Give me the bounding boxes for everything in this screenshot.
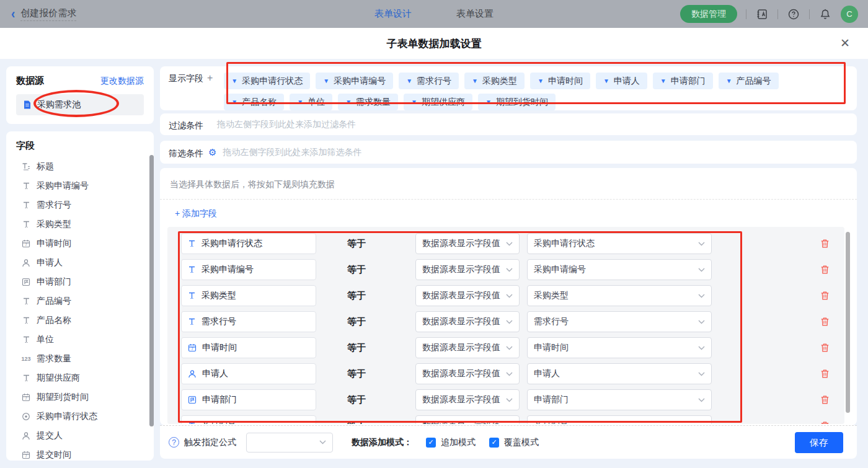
field-item[interactable]: 期望供应商 <box>16 368 154 387</box>
field-item[interactable]: 申请人 <box>16 253 154 272</box>
rule-field-box[interactable]: 采购类型 <box>181 285 316 306</box>
rule-target-select[interactable]: 申请时间 <box>527 337 712 358</box>
rule-field-box[interactable]: 产品编号 <box>181 415 316 424</box>
field-item[interactable]: 标题 <box>16 157 154 176</box>
caret-down-icon[interactable]: ▼ <box>406 78 412 84</box>
rule-field-box[interactable]: 7申请时间 <box>181 337 316 358</box>
caret-down-icon[interactable]: ▼ <box>538 78 544 84</box>
delete-rule-trash-icon[interactable] <box>820 369 830 379</box>
back-button[interactable]: ‹ 创建报价需求 <box>11 7 76 21</box>
rule-source-select[interactable]: 数据源表显示字段值 <box>415 389 520 410</box>
display-field-tag[interactable]: ▼申请时间 <box>530 73 590 89</box>
caret-down-icon[interactable]: ▼ <box>345 99 352 105</box>
rule-field-box[interactable]: 采购申请行状态 <box>181 233 316 254</box>
overwrite-mode-checkbox[interactable]: ✓ <box>489 438 499 448</box>
add-display-field-button[interactable]: + <box>207 73 213 83</box>
tab-form-design[interactable]: 表单设计 <box>374 8 412 20</box>
rule-target-select[interactable]: 需求行号 <box>527 311 712 332</box>
formula-select[interactable] <box>246 433 333 453</box>
display-field-tag[interactable]: ▼需求行号 <box>399 73 459 89</box>
display-field-tag[interactable]: ▼采购类型 <box>464 73 525 89</box>
contact-book-icon[interactable] <box>755 7 769 21</box>
display-field-tag[interactable]: ▼期望到货时间 <box>478 94 556 110</box>
field-item[interactable]: 采购申请行状态 <box>16 407 154 426</box>
screen-condition-card[interactable]: 筛选条件 ⚙ 拖动左侧字段到此处来添加筛选条件 <box>160 141 857 164</box>
field-label: 采购类型 <box>37 219 71 230</box>
gear-icon[interactable]: ⚙ <box>208 148 216 157</box>
display-field-tag[interactable]: ▼产品编号 <box>719 73 779 89</box>
user-avatar[interactable]: C <box>841 6 858 23</box>
change-datasource-link[interactable]: 更改数据源 <box>100 76 144 87</box>
delete-rule-trash-icon[interactable] <box>820 291 830 301</box>
caret-down-icon[interactable]: ▼ <box>603 78 609 84</box>
close-icon[interactable]: ✕ <box>838 37 852 50</box>
rule-target-select[interactable]: 采购申请编号 <box>527 259 712 280</box>
field-item[interactable]: 需求行号 <box>16 195 154 214</box>
display-field-tag[interactable]: ▼采购申请行状态 <box>224 73 310 89</box>
rule-target-select[interactable]: 申请人 <box>527 363 712 384</box>
delete-rule-trash-icon[interactable] <box>820 395 830 405</box>
rule-source-select[interactable]: 数据源表显示字段值 <box>415 311 520 332</box>
rule-target-select[interactable]: 申请部门 <box>527 389 712 410</box>
rule-target-select[interactable]: 产品编号 <box>527 415 712 424</box>
caret-down-icon[interactable]: ▼ <box>323 78 329 84</box>
rule-field-box[interactable]: 需求行号 <box>181 311 316 332</box>
caret-down-icon[interactable]: ▼ <box>231 78 237 84</box>
rule-source-select[interactable]: 数据源表显示字段值 <box>415 363 520 384</box>
field-item[interactable]: 产品名称 <box>16 311 154 330</box>
caret-down-icon[interactable]: ▼ <box>660 78 666 84</box>
delete-rule-trash-icon[interactable] <box>820 317 830 327</box>
field-item[interactable]: 7申请时间 <box>16 234 154 253</box>
field-item[interactable]: 7提交时间 <box>16 445 154 461</box>
delete-rule-trash-icon[interactable] <box>820 343 830 353</box>
caret-down-icon[interactable]: ▼ <box>726 78 732 84</box>
rule-source-select[interactable]: 数据源表显示字段值 <box>415 415 520 424</box>
bell-icon[interactable] <box>818 7 832 21</box>
field-item[interactable]: 采购申请编号 <box>16 176 154 195</box>
filter-condition-card[interactable]: 过滤条件 拖动左侧字段到此处来添加过滤条件 <box>160 113 857 135</box>
rule-source-select[interactable]: 数据源表显示字段值 <box>415 233 520 254</box>
field-item[interactable]: 单位 <box>16 330 154 349</box>
display-field-tag[interactable]: ▼产品名称 <box>224 94 284 110</box>
caret-down-icon[interactable]: ▼ <box>472 78 478 84</box>
datasource-item[interactable]: 采购需求池 <box>16 94 144 115</box>
field-item[interactable]: 采购类型 <box>16 214 154 234</box>
caret-down-icon[interactable]: ▼ <box>231 99 237 105</box>
rule-target-select[interactable]: 采购申请行状态 <box>527 233 712 254</box>
data-manage-button[interactable]: 数据管理 <box>680 5 737 23</box>
fields-scrollbar[interactable] <box>149 155 154 426</box>
caret-down-icon[interactable]: ▼ <box>297 99 303 105</box>
rule-field-box[interactable]: 申请部门 <box>181 389 316 410</box>
display-field-tag[interactable]: ▼期望供应商 <box>404 94 472 110</box>
overwrite-mode-option[interactable]: ✓ 覆盖模式 <box>489 437 539 448</box>
tab-form-settings[interactable]: 表单设置 <box>456 8 494 20</box>
display-field-tag[interactable]: ▼采购申请编号 <box>316 73 393 89</box>
field-item[interactable]: 申请部门 <box>16 272 154 291</box>
field-item[interactable]: 提交人 <box>16 426 154 445</box>
rule-field-box[interactable]: 申请人 <box>181 363 316 384</box>
display-field-tag[interactable]: ▼单位 <box>290 94 332 110</box>
save-button[interactable]: 保存 <box>795 432 843 453</box>
rule-target-select[interactable]: 采购类型 <box>527 285 712 306</box>
field-item[interactable]: 123需求数量 <box>16 349 154 368</box>
rule-source-select[interactable]: 数据源表显示字段值 <box>415 337 520 358</box>
delete-rule-trash-icon[interactable] <box>820 239 830 249</box>
display-field-tag[interactable]: ▼申请人 <box>596 73 647 89</box>
rules-scrollbar[interactable] <box>846 232 850 413</box>
help-icon[interactable] <box>787 7 800 21</box>
rule-field-box[interactable]: 采购申请编号 <box>181 259 316 280</box>
append-mode-checkbox[interactable]: ✓ <box>426 438 436 448</box>
delete-rule-trash-icon[interactable] <box>820 265 830 275</box>
rule-source-select[interactable]: 数据源表显示字段值 <box>415 259 520 280</box>
display-field-tag[interactable]: ▼申请部门 <box>653 73 713 89</box>
caret-down-icon[interactable]: ▼ <box>411 99 417 105</box>
display-field-tag[interactable]: ▼需求数量 <box>338 94 398 110</box>
rule-source-select-value: 数据源表显示字段值 <box>422 420 500 424</box>
add-field-button[interactable]: + 添加字段 <box>160 200 857 227</box>
field-item[interactable]: 7期望到货时间 <box>16 387 154 407</box>
caret-down-icon[interactable]: ▼ <box>485 99 492 105</box>
append-mode-option[interactable]: ✓ 追加模式 <box>426 437 476 448</box>
delete-rule-trash-icon[interactable] <box>820 421 830 424</box>
field-item[interactable]: 产品编号 <box>16 291 154 311</box>
rule-source-select[interactable]: 数据源表显示字段值 <box>415 285 520 306</box>
